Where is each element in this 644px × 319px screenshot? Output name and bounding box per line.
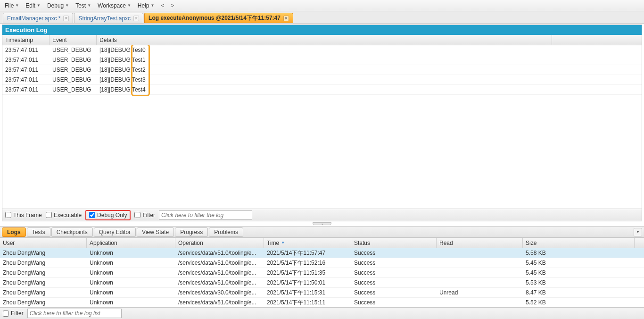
exec-log-row[interactable]: 23:57:47:011USER_DEBUG[18]|DEBUG|Test0 (2, 45, 642, 55)
detail-message: Test1 (132, 57, 146, 63)
filter-checkbox-input[interactable] (134, 212, 140, 218)
detail-message: Test2 (132, 67, 146, 73)
cell-details: [18]|DEBUG|Test4 (97, 86, 642, 93)
editor-tab-0[interactable]: EmailManager.apxc *× (3, 13, 73, 23)
nav-back-button[interactable]: < (158, 1, 167, 10)
filter-input[interactable] (159, 210, 252, 220)
panel-title: Execution Log (2, 25, 642, 35)
cell-status: Success (351, 260, 437, 266)
menu-help[interactable]: Help▼ (135, 1, 157, 10)
logs-row[interactable]: Zhou DengWangUnknown/services/data/v51.0… (0, 298, 644, 307)
detail-message: Test4 (132, 86, 146, 93)
menu-label: Workspace (98, 2, 126, 9)
bottom-tab-tests[interactable]: Tests (27, 227, 50, 237)
tab-label: EmailManager.apxc * (7, 15, 60, 22)
exec-log-body: 23:57:47:011USER_DEBUG[18]|DEBUG|Test023… (2, 45, 642, 209)
menu-workspace[interactable]: Workspace▼ (95, 1, 134, 10)
this-frame-label: This Frame (13, 212, 42, 218)
close-icon[interactable]: × (133, 16, 139, 21)
executable-checkbox-input[interactable] (46, 212, 52, 218)
cell-user: Zhou DengWang (0, 250, 87, 256)
menu-debug[interactable]: Debug▼ (44, 1, 72, 10)
logs-filter-label: Filter (11, 310, 24, 317)
menu-test[interactable]: Test▼ (73, 1, 94, 10)
col-status[interactable]: Status (351, 238, 437, 248)
logs-filter-checkbox[interactable]: Filter (3, 310, 24, 317)
editor-tab-1[interactable]: StringArrayTest.apxc× (74, 13, 143, 23)
col-user[interactable]: User (0, 238, 87, 248)
exec-log-row[interactable]: 23:57:47:011USER_DEBUG[18]|DEBUG|Test1 (2, 55, 642, 65)
bottom-tab-checkpoints[interactable]: Checkpoints (51, 227, 93, 237)
bottom-tabs-overflow-button[interactable]: ▾ (634, 228, 642, 236)
col-time[interactable]: Time ▼ (264, 238, 351, 248)
bottom-tab-progress[interactable]: Progress (175, 227, 208, 237)
splitter[interactable]: ▾ (0, 221, 644, 226)
debug-only-checkbox-input[interactable] (89, 212, 95, 218)
exec-log-row[interactable]: 23:57:47:011USER_DEBUG[18]|DEBUG|Test4 (2, 85, 642, 95)
cell-event: USER_DEBUG (50, 67, 97, 73)
menu-label: Edit (25, 2, 35, 9)
editor-tab-2[interactable]: Log executeAnonymous @2021/5/14下午11:57:4… (144, 13, 293, 23)
logs-row[interactable]: Zhou DengWangUnknown/services/data/v51.0… (0, 268, 644, 278)
filter-checkbox[interactable]: Filter (134, 212, 155, 218)
detail-message: Test0 (132, 47, 146, 53)
bottom-tab-problems[interactable]: Problems (209, 227, 243, 237)
cell-timestamp: 23:57:47:011 (2, 47, 50, 53)
col-timestamp[interactable]: Timestamp (2, 35, 50, 45)
this-frame-checkbox-input[interactable] (5, 212, 11, 218)
this-frame-checkbox[interactable]: This Frame (5, 212, 42, 218)
col-event[interactable]: Event (50, 35, 97, 45)
col-spacer (552, 35, 642, 45)
close-icon[interactable]: × (283, 16, 289, 21)
executable-checkbox[interactable]: Executable (46, 212, 82, 218)
detail-prefix: [18]|DEBUG| (99, 57, 132, 63)
bottom-tab-view-state[interactable]: View State (137, 227, 174, 237)
cell-user: Zhou DengWang (0, 289, 87, 296)
cell-time: 2021/5/14下午11:52:16 (264, 259, 351, 267)
cell-timestamp: 23:57:47:011 (2, 57, 50, 63)
cell-time: 2021/5/14下午11:50:01 (264, 279, 351, 287)
menu-label: File (5, 2, 14, 9)
menu-file[interactable]: File▼ (2, 1, 22, 10)
col-size[interactable]: Size (523, 238, 635, 248)
menu-label: Test (75, 2, 86, 9)
bottom-tab-logs[interactable]: Logs (2, 227, 26, 237)
nav-forward-button[interactable]: > (168, 1, 177, 10)
cell-size: 5.53 KB (523, 279, 644, 286)
cell-status: Success (351, 299, 437, 306)
col-application[interactable]: Application (87, 238, 175, 248)
col-operation[interactable]: Operation (175, 238, 264, 248)
close-icon[interactable]: × (63, 16, 69, 21)
cell-timestamp: 23:57:47:011 (2, 67, 50, 73)
exec-log-row[interactable]: 23:57:47:011USER_DEBUG[18]|DEBUG|Test3 (2, 75, 642, 85)
menu-label: Help (138, 2, 149, 9)
cell-application: Unknown (87, 260, 175, 266)
cell-size: 5.45 KB (523, 260, 644, 266)
menubar: File▼Edit▼Debug▼Test▼Workspace▼Help▼<> (0, 0, 644, 11)
splitter-grip-icon[interactable]: ▾ (313, 222, 331, 225)
logs-filter-input[interactable] (27, 309, 122, 318)
menu-edit[interactable]: Edit▼ (23, 1, 43, 10)
cell-application: Unknown (87, 269, 175, 276)
logs-grid-body[interactable]: Zhou DengWangUnknown/services/data/v51.0… (0, 248, 644, 307)
col-read[interactable]: Read (437, 238, 523, 248)
bottom-tab-query-editor[interactable]: Query Editor (94, 227, 136, 237)
exec-log-row[interactable]: 23:57:47:011USER_DEBUG[18]|DEBUG|Test2 (2, 65, 642, 75)
cell-timestamp: 23:57:47:011 (2, 76, 50, 83)
cell-time: 2021/5/14下午11:15:31 (264, 289, 351, 297)
logs-row[interactable]: Zhou DengWangUnknown/services/data/v51.0… (0, 278, 644, 288)
chevron-down-icon: ▼ (15, 3, 19, 8)
logs-row[interactable]: Zhou DengWangUnknown/services/data/v30.0… (0, 288, 644, 298)
cell-application: Unknown (87, 279, 175, 286)
col-scroll-spacer (635, 238, 644, 248)
logs-filter-checkbox-input[interactable] (3, 311, 9, 317)
col-details[interactable]: Details (97, 35, 552, 45)
debug-only-checkbox[interactable]: Debug Only (89, 212, 127, 218)
detail-message: Test3 (132, 76, 146, 83)
sort-desc-icon: ▼ (281, 241, 285, 245)
debug-only-highlight: Debug Only (85, 210, 131, 220)
cell-size: 5.58 KB (523, 250, 644, 256)
logs-row[interactable]: Zhou DengWangUnknown/services/data/v51.0… (0, 248, 644, 258)
logs-row[interactable]: Zhou DengWangUnknown/services/data/v51.0… (0, 258, 644, 268)
cell-details: [18]|DEBUG|Test3 (97, 76, 642, 83)
